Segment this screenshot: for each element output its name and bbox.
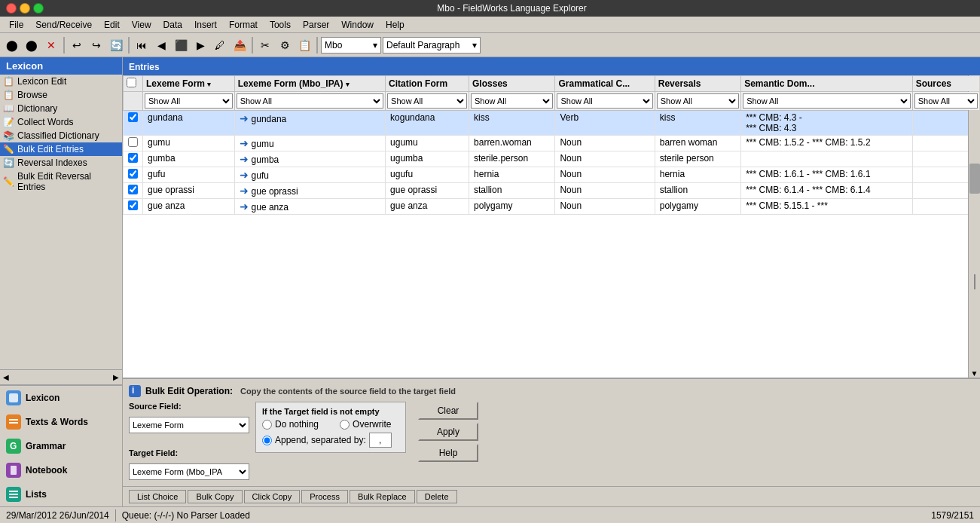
sidebar-item-classified-dictionary[interactable]: 📚 Classified Dictionary <box>0 129 122 142</box>
glosses-filter-select[interactable]: Show All <box>471 93 553 109</box>
tab-process[interactable]: Process <box>301 490 348 503</box>
reversals-cell-1[interactable]: kiss <box>655 111 740 136</box>
clear-button[interactable]: Clear <box>418 402 478 420</box>
help-button[interactable]: Help <box>418 444 478 462</box>
maximize-button[interactable] <box>33 3 44 14</box>
ipa-cell-6[interactable]: ➜ gue anza <box>234 199 385 215</box>
reversals-cell-6[interactable]: polygamy <box>655 199 740 215</box>
overwrite-radio[interactable] <box>340 420 350 430</box>
menu-insert[interactable]: Insert <box>188 18 223 32</box>
undo-button[interactable]: ↩ <box>68 36 86 54</box>
apply-button[interactable]: Apply <box>418 423 478 441</box>
nav-home[interactable]: ⬛ <box>172 36 190 54</box>
lexeme-cell-5[interactable]: gue oprassi <box>143 183 235 199</box>
tab-bulk-replace[interactable]: Bulk Replace <box>350 490 415 503</box>
row-check-1[interactable] <box>124 111 143 136</box>
table-row[interactable]: gue anza ➜ gue anza gue anza polygamy No… <box>124 199 980 215</box>
sidebar-item-lexicon-edit[interactable]: 📋 Lexicon Edit <box>0 75 122 88</box>
window-controls[interactable] <box>6 3 44 14</box>
vertical-scrollbar[interactable]: ▲ ▼ <box>968 75 980 378</box>
filter-glosses[interactable]: Show All <box>469 92 555 111</box>
grammatical-cell-4[interactable]: Noun <box>555 167 655 183</box>
paste-button[interactable]: 📋 <box>295 36 313 54</box>
reversals-cell-5[interactable]: stallion <box>655 183 740 199</box>
lexeme-cell-6[interactable]: gue anza <box>143 199 235 215</box>
glosses-cell-3[interactable]: sterile.person <box>469 151 555 167</box>
menu-tools[interactable]: Tools <box>264 18 297 32</box>
lexeme-ipa-header[interactable]: Lexeme Form (Mbo_IPA) ▾ <box>234 76 385 92</box>
nav-grammar[interactable]: G Grammar <box>0 434 122 458</box>
glosses-cell-4[interactable]: hernia <box>469 167 555 183</box>
grammatical-cell-6[interactable]: Noun <box>555 199 655 215</box>
close-button[interactable] <box>6 3 17 14</box>
sidebar-item-browse[interactable]: 📋 Browse <box>0 88 122 102</box>
table-row[interactable]: gundana ➜ gundana kogundana kiss Verb ki… <box>124 111 980 136</box>
entries-table-container[interactable]: Lexeme Form ▾ Lexeme Form (Mbo_IPA) ▾ Ci… <box>123 75 980 378</box>
row-check-3[interactable] <box>124 151 143 167</box>
ipa-filter-select[interactable]: Show All <box>237 93 383 109</box>
nav-export[interactable]: 📤 <box>230 36 249 54</box>
stop-button[interactable]: ✕ <box>42 36 60 54</box>
scroll-down[interactable]: ▼ <box>971 369 978 378</box>
lexeme-cell-4[interactable]: gufu <box>143 167 235 183</box>
scroll-left[interactable]: ◀ <box>3 373 9 381</box>
sidebar-scroll[interactable]: ◀ ▶ <box>0 369 122 384</box>
lexeme-cell-3[interactable]: gumba <box>143 151 235 167</box>
check-all-checkbox[interactable] <box>127 78 136 87</box>
semantic-cell-5[interactable]: *** CMB: 6.1.4 - *** CMB: 6.1.4 <box>741 183 913 199</box>
tab-delete[interactable]: Delete <box>417 490 457 503</box>
filter-ipa[interactable]: Show All <box>234 92 385 111</box>
semantic-cell-2[interactable]: *** CMB: 1.5.2 - *** CMB: 1.5.2 <box>741 136 913 151</box>
ipa-cell-4[interactable]: ➜ gufu <box>234 167 385 183</box>
reversals-filter-select[interactable]: Show All <box>657 93 739 109</box>
row-check-6[interactable] <box>124 199 143 215</box>
lexeme-cell-2[interactable]: gumu <box>143 136 235 151</box>
semantic-filter-select[interactable]: Show All <box>743 93 911 109</box>
target-field-select[interactable]: Lexeme Form (Mbo_IPA <box>129 463 249 480</box>
table-row[interactable]: gue oprassi ➜ gue oprassi gue oprassi st… <box>124 183 980 199</box>
menu-parser[interactable]: Parser <box>297 18 335 32</box>
nav-next[interactable]: ▶ <box>191 36 209 54</box>
sidebar-item-dictionary[interactable]: 📖 Dictionary <box>0 102 122 115</box>
scroll-right[interactable]: ▶ <box>113 373 119 381</box>
filter-reversals[interactable]: Show All <box>655 92 740 111</box>
citation-filter-select[interactable]: Show All <box>387 93 467 109</box>
filter-sources[interactable]: Show All <box>912 92 979 111</box>
citation-cell-2[interactable]: ugumu <box>386 136 469 151</box>
semantic-cell-3[interactable] <box>741 151 913 167</box>
citation-cell-1[interactable]: kogundana <box>386 111 469 136</box>
check-all-header[interactable] <box>124 76 143 92</box>
reversals-header[interactable]: Reversals <box>655 76 740 92</box>
reversals-cell-3[interactable]: sterile person <box>655 151 740 167</box>
ipa-cell-5[interactable]: ➜ gue oprassi <box>234 183 385 199</box>
menu-data[interactable]: Data <box>157 18 188 32</box>
tab-bulk-copy[interactable]: Bulk Copy <box>188 490 242 503</box>
semantic-cell-6[interactable]: *** CMB: 5.15.1 - *** <box>741 199 913 215</box>
nav-first[interactable]: ⏮ <box>133 36 151 54</box>
citation-cell-6[interactable]: gue anza <box>386 199 469 215</box>
glosses-cell-5[interactable]: stallion <box>469 183 555 199</box>
sidebar-item-bulk-edit-entries[interactable]: ✏️ Bulk Edit Entries <box>0 142 122 156</box>
menu-window[interactable]: Window <box>335 18 380 32</box>
ipa-cell-2[interactable]: ➜ gumu <box>234 136 385 151</box>
citation-form-header[interactable]: Citation Form <box>386 76 469 92</box>
glosses-header[interactable]: Glosses <box>469 76 555 92</box>
nav-last[interactable]: 🖊 <box>211 36 229 54</box>
scroll-thumb[interactable] <box>969 164 980 194</box>
semantic-header[interactable]: Semantic Dom... <box>741 76 913 92</box>
sources-header[interactable]: Sources <box>912 76 979 92</box>
grammatical-cell-5[interactable]: Noun <box>555 183 655 199</box>
table-row[interactable]: gumba ➜ gumba ugumba sterile.person Noun… <box>124 151 980 167</box>
menu-edit[interactable]: Edit <box>98 18 126 32</box>
menu-send-receive[interactable]: Send/Receive <box>29 18 98 32</box>
row-check-4[interactable] <box>124 167 143 183</box>
filter-grammatical[interactable]: Show All <box>555 92 655 111</box>
tab-list-choice[interactable]: List Choice <box>129 490 186 503</box>
glosses-cell-1[interactable]: kiss <box>469 111 555 136</box>
lexeme-cell-1[interactable]: gundana <box>143 111 235 136</box>
grammatical-header[interactable]: Grammatical C... <box>555 76 655 92</box>
filter-semantic[interactable]: Show All <box>741 92 913 111</box>
lexeme-filter-select[interactable]: Show All <box>145 93 233 109</box>
row-check-5[interactable] <box>124 183 143 199</box>
cut-button[interactable]: ✂ <box>256 36 274 54</box>
